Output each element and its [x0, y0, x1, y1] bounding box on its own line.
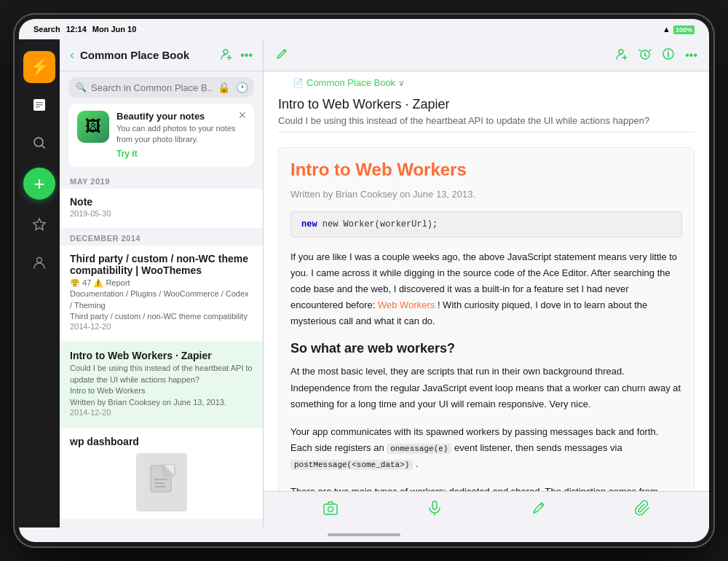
more-options-icon[interactable]: •••: [240, 49, 253, 62]
svg-point-7: [223, 50, 228, 54]
warning-icon: ⚠️ Report: [93, 278, 130, 287]
svg-line-5: [42, 146, 45, 149]
bottom-toolbar: [264, 491, 709, 527]
article-body-2: At the most basic level, they are script…: [290, 364, 682, 412]
note-item-date-webworkers: 2014-12-20: [70, 408, 253, 417]
note-item-preview-woo: Third party / custom / non-WC theme comp…: [70, 311, 253, 322]
note-item-tags-woo: Documentation / Plugins / WooCommerce / …: [70, 289, 253, 311]
article-body-1: If you are like I was a couple weeks ago…: [290, 249, 682, 329]
edit-icon[interactable]: [275, 47, 288, 63]
note-item-webworkers[interactable]: Intro to Web Workers · Zapier Could I be…: [60, 342, 263, 428]
rail-icon-star[interactable]: [23, 208, 55, 240]
note-title-area: Intro to Web Workers · Zapier Could I be…: [278, 88, 695, 133]
attach-bottom-icon[interactable]: [635, 500, 651, 519]
add-person-icon[interactable]: [220, 47, 233, 63]
clock-icon[interactable]: 🕐: [236, 82, 248, 93]
note-item-note[interactable]: Note 2019-05-30: [60, 189, 263, 229]
note-item-title: Note: [70, 196, 253, 208]
promo-icon: 🖼: [77, 111, 109, 143]
code-content: new Worker(workerUrl);: [323, 219, 438, 230]
status-left: Search 12:14 Mon Jun 10: [33, 25, 136, 34]
body-3b: event listener, then sends messages via: [454, 442, 622, 453]
lock-icon[interactable]: 🔒: [218, 82, 230, 93]
note-item-woo[interactable]: Third party / custom / non-WC theme comp…: [60, 246, 263, 342]
svg-rect-1: [36, 102, 43, 103]
promo-banner: 🖼 Beautify your notes You can add photos…: [68, 103, 254, 167]
note-item-wp[interactable]: wp dashboard: [60, 428, 263, 519]
microphone-bottom-icon[interactable]: [427, 500, 443, 519]
article-body-4: There are two main types of workers: ded…: [290, 484, 682, 491]
svg-rect-10: [154, 479, 167, 480]
note-main-title: Intro to Web Workers · Zapier: [278, 97, 695, 112]
toolbar-right: •••: [615, 47, 697, 63]
svg-rect-17: [324, 504, 337, 514]
code-block: new new Worker(workerUrl);: [290, 211, 682, 238]
camera-bottom-icon[interactable]: [323, 500, 339, 519]
main-content: ••• 📄 Common Place Book ∨ Intro to Web W…: [264, 39, 709, 527]
sidebar: ‹ Common Place Book ••• 🔍: [60, 39, 264, 527]
more-options-toolbar-icon[interactable]: •••: [685, 49, 697, 62]
web-workers-link[interactable]: Web Workers: [378, 299, 435, 310]
notes-list: MAY 2019 Note 2019-05-30 DECEMBER 2014 T…: [60, 173, 263, 527]
svg-rect-12: [154, 486, 166, 487]
search-label: Search: [33, 25, 60, 34]
inline-code-1: onmessage(e): [387, 444, 451, 454]
svg-point-6: [37, 258, 42, 263]
inline-code-2: postMessage(<some_data>): [290, 460, 413, 470]
date: Mon Jun 10: [92, 25, 137, 34]
wifi-icon: ▲: [662, 25, 670, 34]
emoji-meta: 😤 47: [70, 278, 91, 287]
fab-add-button[interactable]: +: [23, 168, 55, 200]
promo-close-button[interactable]: ✕: [238, 109, 247, 121]
code-keyword: new: [301, 219, 317, 230]
breadcrumb-file-icon: 📄: [293, 78, 304, 88]
sidebar-header: ‹ Common Place Book •••: [60, 39, 263, 71]
search-icon: 🔍: [76, 82, 87, 93]
promo-try-link[interactable]: Try it: [116, 149, 138, 159]
note-item-preview3-webworkers: Written by Brian Cooksey on June 13, 201…: [70, 397, 253, 408]
draw-bottom-icon[interactable]: [531, 500, 547, 519]
note-item-title-webworkers: Intro to Web Workers · Zapier: [70, 350, 253, 361]
body-3c: .: [416, 458, 419, 469]
promo-description: You can add photos to your notes from yo…: [116, 123, 245, 146]
svg-point-18: [328, 507, 333, 512]
breadcrumb-link[interactable]: Common Place Book: [306, 77, 395, 88]
article-byline: Written by Brian Cooksey on June 13, 201…: [290, 189, 682, 200]
info-icon[interactable]: [662, 47, 675, 63]
note-item-title-woo: Third party / custom / non-WC theme comp…: [70, 253, 253, 276]
promo-text: Beautify your notes You can add photos t…: [116, 111, 245, 160]
breadcrumb: 📄 Common Place Book ∨: [278, 71, 695, 88]
sidebar-title: Common Place Book: [80, 49, 214, 61]
note-item-date: 2019-05-30: [70, 209, 253, 218]
note-item-preview2-webworkers: Intro to Web Workers: [70, 385, 253, 396]
wp-thumbnail: [136, 453, 187, 511]
article-heading: Intro to Web Workers: [290, 160, 682, 180]
alarm-icon[interactable]: [638, 47, 652, 63]
svg-rect-3: [36, 106, 40, 108]
status-right: ▲ 100%: [662, 25, 695, 34]
note-content-area: 📄 Common Place Book ∨ Intro to Web Worke…: [264, 71, 709, 491]
rail-icon-person[interactable]: [23, 246, 55, 278]
note-item-date-woo: 2014-12-20: [70, 322, 253, 331]
rail-icon-notes[interactable]: [23, 89, 55, 121]
rail-icon-search[interactable]: [23, 127, 55, 159]
device-frame: Search 12:14 Mon Jun 10 ▲ 100% ⚡: [15, 15, 713, 546]
back-button[interactable]: ‹: [70, 47, 74, 63]
svg-rect-19: [432, 501, 437, 509]
svg-rect-11: [154, 482, 165, 484]
search-input[interactable]: [91, 82, 213, 93]
home-indicator: [19, 527, 709, 542]
promo-title: Beautify your notes: [116, 111, 245, 122]
article-container: Intro to Web Workers Written by Brian Co…: [278, 147, 695, 491]
section-header-may2019: MAY 2019: [60, 173, 263, 189]
breadcrumb-arrow-icon: ∨: [398, 78, 405, 88]
note-item-preview1-webworkers: Could I be using this instead of the hea…: [70, 363, 253, 385]
rail-icon-lightning[interactable]: ⚡: [23, 51, 55, 83]
search-bar: 🔍 🔒 🕐: [60, 71, 263, 103]
toolbar-add-person-icon[interactable]: [615, 47, 628, 63]
svg-point-13: [619, 50, 623, 54]
note-item-title-wp: wp dashboard: [70, 436, 253, 447]
section-header-dec2014: DECEMBER 2014: [60, 230, 263, 246]
home-bar: [328, 533, 400, 536]
svg-rect-2: [36, 104, 43, 106]
